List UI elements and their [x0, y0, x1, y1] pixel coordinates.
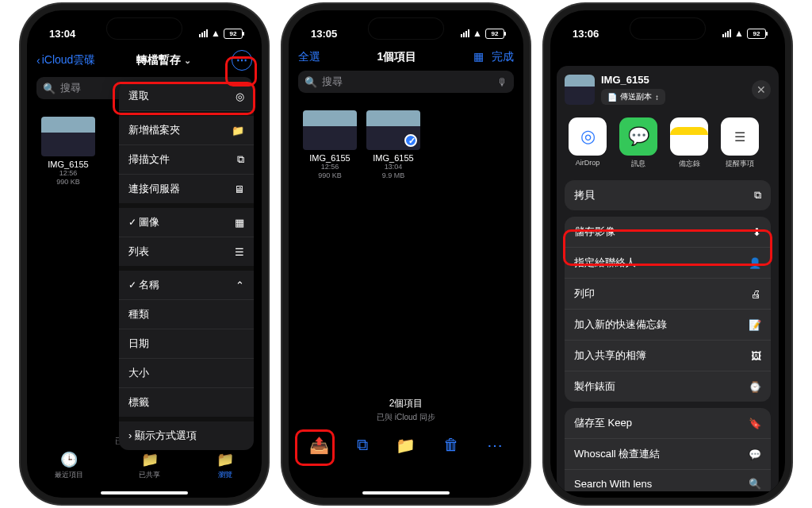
menu-new-folder[interactable]: 新增檔案夾📁 [119, 116, 254, 145]
mic-icon[interactable]: 🎙 [497, 76, 508, 88]
menu-sort-kind[interactable]: 種類 [119, 300, 254, 329]
list-icon: ☰ [235, 246, 244, 258]
clock: 13:05 [311, 28, 337, 40]
selection-toolbar: 📤 ⧉ 📁 🗑 ⋯ [289, 436, 523, 455]
wifi-icon: ▲ [734, 28, 744, 39]
menu-scan[interactable]: 掃描文件⧉ [119, 145, 254, 175]
app-reminders[interactable]: ☰提醒事項 [720, 117, 760, 169]
delete-button[interactable]: 🗑 [443, 436, 459, 455]
phone-3: 13:06 ▲ 92 IMG_6155 📄 傳送副本 ↕ ✕ ◎AirDrop … [550, 10, 785, 498]
cellular-icon [722, 29, 731, 37]
action-quick-note[interactable]: 加入新的快速備忘錄📝 [565, 310, 771, 341]
tab-shared[interactable]: 📁已共享 [139, 451, 160, 480]
action-print[interactable]: 列印🖨 [565, 279, 771, 310]
move-button[interactable]: 📁 [396, 436, 416, 455]
more-actions-button[interactable]: ⋯ [487, 436, 503, 455]
menu-select[interactable]: 選取◎ [119, 82, 254, 111]
share-apps-row: ◎AirDrop 💬訊息 備忘錄 ☰提醒事項 [568, 117, 768, 169]
menu-sort-date[interactable]: 日期 [119, 329, 254, 359]
file-thumbnail [41, 117, 95, 156]
chevron-down-icon: ⌄ [184, 56, 191, 66]
battery-icon: 92 [224, 29, 243, 39]
search-icon: 🔍 [749, 478, 761, 490]
file-thumbnail [366, 110, 420, 150]
chat-icon: 💬 [749, 448, 761, 460]
done-button[interactable]: 完成 [492, 50, 514, 64]
dynamic-island [107, 18, 182, 39]
print-icon: 🖨 [751, 288, 761, 300]
bookmark-icon: 🔖 [749, 418, 761, 429]
search-input[interactable]: 🔍 搜尋 🎙 [298, 71, 514, 93]
app-messages[interactable]: 💬訊息 [619, 117, 658, 169]
sheet-thumbnail [565, 75, 595, 105]
contact-icon: 👤 [749, 257, 761, 269]
menu-connect-server[interactable]: 連接伺服器🖥 [119, 175, 254, 203]
nav-title: 轉檔暫存⌄ [136, 53, 191, 67]
app-airdrop[interactable]: ◎AirDrop [568, 117, 607, 169]
file-item-selected[interactable]: IMG_6155 13:04 9.9 MB [366, 110, 420, 180]
home-indicator[interactable] [101, 491, 188, 495]
nav-bar: 全選 1個項目 ▦ 完成 [289, 45, 523, 67]
grid-icon: ▦ [235, 217, 244, 229]
tab-recent[interactable]: 🕒最近項目 [55, 451, 83, 480]
chevron-up-icon: ⌃ [236, 279, 244, 291]
nav-title: 1個項目 [377, 50, 417, 64]
app-notes[interactable]: 備忘錄 [669, 117, 709, 169]
cellular-icon [461, 29, 469, 37]
watch-icon: ⌚ [749, 381, 761, 393]
back-button[interactable]: ‹ iCloud雲碟 [36, 53, 95, 67]
context-menu: 選取◎ 新增檔案夾📁 掃描文件⧉ 連接伺服器🖥 ✓ 圖像▦ 列表☰ ✓ 名稱⌃ … [119, 82, 254, 450]
airdrop-icon: ◎ [569, 117, 607, 156]
scan-icon: ⧉ [237, 153, 244, 166]
action-lens[interactable]: Search With lens🔍 [565, 470, 771, 491]
album-icon: 🖼 [751, 350, 761, 362]
chevron-updown-icon: ↕ [655, 93, 659, 102]
menu-view-list[interactable]: 列表☰ [119, 237, 254, 266]
action-whoscall[interactable]: Whoscall 檢查連結💬 [565, 439, 771, 470]
clock-icon: 🕒 [55, 451, 83, 468]
home-indicator[interactable] [362, 491, 450, 495]
file-item[interactable]: IMG_6155 12:56 990 KB [303, 110, 357, 180]
search-placeholder: 搜尋 [60, 81, 81, 95]
action-assign-contact[interactable]: 指定給聯絡人👤 [565, 248, 771, 279]
menu-view-grid[interactable]: ✓ 圖像▦ [119, 208, 254, 237]
magnifier-icon: 🔍 [304, 76, 317, 88]
grid-toggle-icon[interactable]: ▦ [473, 50, 484, 64]
share-sheet: IMG_6155 📄 傳送副本 ↕ ✕ ◎AirDrop 💬訊息 備忘錄 ☰提醒… [557, 66, 779, 491]
file-item[interactable]: IMG_6155 12:56 990 KB [41, 117, 95, 187]
clock: 13:04 [49, 28, 75, 40]
messages-icon: 💬 [619, 117, 657, 156]
action-watch-face[interactable]: 製作錶面⌚ [565, 371, 771, 402]
duplicate-button[interactable]: ⧉ [357, 436, 368, 455]
action-copy[interactable]: 拷貝⧉ [565, 180, 771, 210]
clock: 13:06 [573, 28, 599, 40]
share-button[interactable]: 📤 [309, 436, 329, 455]
close-button[interactable]: ✕ [752, 80, 771, 99]
select-all-button[interactable]: 全選 [298, 50, 320, 64]
menu-view-options[interactable]: › 顯示方式選項 [119, 421, 254, 450]
file-thumbnail [303, 110, 357, 150]
action-save-image[interactable]: 儲存影像⬇ [565, 217, 771, 248]
footer-status: 2個項目 已與 iCloud 同步 [289, 397, 523, 423]
action-shared-album[interactable]: 加入共享的相簿🖼 [565, 341, 771, 371]
nav-bar: ‹ iCloud雲碟 轉檔暫存⌄ ⋯ [27, 45, 262, 74]
menu-sort-name[interactable]: ✓ 名稱⌃ [119, 271, 254, 300]
reminders-icon: ☰ [721, 117, 759, 156]
more-button[interactable]: ⋯ [232, 50, 252, 71]
actions-group-1: 拷貝⧉ [565, 180, 771, 210]
dynamic-island [630, 18, 705, 39]
battery-icon: 92 [747, 29, 766, 39]
menu-sort-size[interactable]: 大小 [119, 359, 254, 388]
copy-icon: ⧉ [754, 189, 761, 202]
action-keep[interactable]: 儲存至 Keep🔖 [565, 408, 771, 439]
battery-icon: 92 [485, 29, 504, 39]
tab-browse[interactable]: 📁瀏覽 [216, 451, 234, 480]
dynamic-island [369, 18, 443, 39]
menu-sort-tags[interactable]: 標籤 [119, 388, 254, 417]
folder-shared-icon: 📁 [139, 451, 160, 468]
sheet-options-button[interactable]: 📄 傳送副本 ↕ [601, 89, 665, 105]
search-placeholder: 搜尋 [322, 75, 343, 89]
notes-icon [670, 117, 708, 156]
download-icon: ⬇ [753, 226, 761, 238]
wifi-icon: ▲ [473, 28, 482, 39]
